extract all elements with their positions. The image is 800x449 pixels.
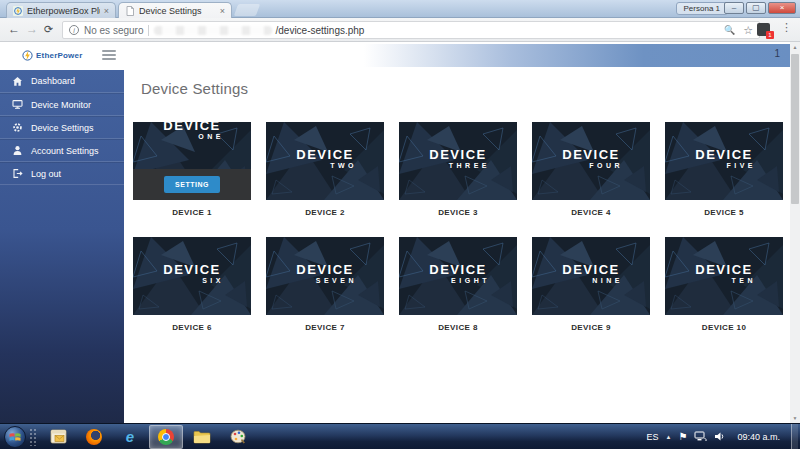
- taskbar-ie-icon[interactable]: e: [113, 425, 147, 449]
- tab-close-icon[interactable]: ×: [220, 6, 225, 16]
- sidebar-item-device-settings[interactable]: Device Settings: [0, 116, 124, 139]
- speaker-icon[interactable]: [714, 431, 726, 442]
- device-cell: DEVICE SIX DEVICE 6: [133, 237, 251, 332]
- device-card-label: DEVICE 1: [133, 208, 251, 217]
- gear-icon: [12, 122, 23, 133]
- taskbar-clock[interactable]: 09:40 a.m.: [737, 432, 780, 442]
- zoom-icon[interactable]: 🔍: [724, 25, 735, 35]
- sidebar-item-dashboard[interactable]: Dashboard: [0, 70, 124, 93]
- sidebar-menu: Dashboard Device Monitor Device Set: [0, 70, 124, 425]
- device-cell: DEVICE THREE DEVICE 3: [399, 122, 517, 217]
- device-title-line1: DEVICE: [665, 147, 783, 162]
- hamburger-menu-icon[interactable]: [102, 48, 116, 62]
- network-icon[interactable]: [694, 431, 707, 442]
- taskbar-separator: [29, 428, 37, 446]
- device-title: DEVICE FOUR: [532, 147, 650, 169]
- device-title-line1: DEVICE: [532, 262, 650, 277]
- forward-icon[interactable]: →: [26, 22, 38, 36]
- extension-icon[interactable]: 1: [757, 23, 770, 36]
- sidebar-item-label: Log out: [31, 169, 61, 179]
- sidebar-item-logout[interactable]: Log out: [0, 162, 124, 185]
- tab-title: EtherpowerBox Plus: [27, 6, 100, 16]
- browser-menu-icon[interactable]: ⋮: [781, 21, 792, 34]
- windows-taskbar: e ES ▲ ⚑: [0, 423, 800, 449]
- device-card[interactable]: DEVICE TWO: [266, 122, 384, 200]
- info-icon[interactable]: i: [69, 25, 79, 35]
- extension-badge: 1: [766, 31, 774, 39]
- device-card-label: DEVICE 10: [665, 323, 783, 332]
- device-card[interactable]: DEVICE FOUR: [532, 122, 650, 200]
- taskbar-mail-icon[interactable]: [41, 425, 75, 449]
- scroll-down-icon[interactable]: ▼: [790, 415, 800, 421]
- minimize-button[interactable]: –: [724, 2, 744, 14]
- device-card[interactable]: DEVICE NINE: [532, 237, 650, 315]
- sidebar: EtherPower Dashboard Devi: [0, 42, 124, 423]
- action-center-flag-icon[interactable]: ⚑: [679, 431, 688, 442]
- device-cell: DEVICE TEN DEVICE 10: [665, 237, 783, 332]
- tab-etherpowerbox-plus[interactable]: EtherpowerBox Plus ×: [6, 2, 116, 18]
- device-card-label: DEVICE 6: [133, 323, 251, 332]
- scrollbar-thumb[interactable]: [791, 54, 799, 204]
- address-bar[interactable]: i No es seguro /device-settings.php 🔍 ☆: [62, 21, 760, 39]
- device-title: DEVICE SIX: [133, 262, 251, 284]
- taskbar-paint-icon[interactable]: [221, 425, 255, 449]
- device-card[interactable]: DEVICE TEN: [665, 237, 783, 315]
- device-title-line2: EIGHT: [399, 277, 517, 284]
- device-card[interactable]: DEVICE SIX: [133, 237, 251, 315]
- device-title: DEVICE TEN: [665, 262, 783, 284]
- device-title-line2: TWO: [266, 162, 384, 169]
- sidebar-header: EtherPower: [0, 42, 124, 68]
- device-cell: DEVICE EIGHT DEVICE 8: [399, 237, 517, 332]
- device-card-label: DEVICE 8: [399, 323, 517, 332]
- reload-icon[interactable]: ⟳: [44, 22, 53, 36]
- page-scrollbar[interactable]: ▲ ▼: [790, 42, 800, 423]
- taskbar-explorer-icon[interactable]: [185, 425, 219, 449]
- brand-logo[interactable]: EtherPower: [22, 50, 82, 61]
- browser-profile-button[interactable]: Persona 1: [676, 2, 728, 15]
- bookmark-star-icon[interactable]: ☆: [743, 24, 753, 37]
- device-cell: DEVICE SEVEN DEVICE 7: [266, 237, 384, 332]
- device-card[interactable]: DEVICE SEVEN: [266, 237, 384, 315]
- taskbar-firefox-icon[interactable]: [77, 425, 111, 449]
- sidebar-item-device-monitor[interactable]: Device Monitor: [0, 93, 124, 116]
- device-title-line2: THREE: [399, 162, 517, 169]
- sidebar-item-account-settings[interactable]: Account Settings: [0, 139, 124, 162]
- back-icon[interactable]: ←: [8, 22, 20, 36]
- device-card[interactable]: DEVICE THREE: [399, 122, 517, 200]
- scroll-up-icon[interactable]: ▲: [790, 44, 800, 50]
- tab-device-settings[interactable]: Device Settings ×: [118, 2, 232, 18]
- tab-title: Device Settings: [139, 6, 216, 16]
- start-button[interactable]: [4, 426, 26, 448]
- show-desktop-button[interactable]: [791, 424, 798, 449]
- device-title-line1: DEVICE: [399, 262, 517, 277]
- device-card-label: DEVICE 3: [399, 208, 517, 217]
- maximize-button[interactable]: ▢: [746, 2, 766, 14]
- tab-close-icon[interactable]: ×: [104, 6, 109, 16]
- language-indicator[interactable]: ES: [647, 432, 659, 442]
- device-title: DEVICE EIGHT: [399, 262, 517, 284]
- device-title: DEVICE TWO: [266, 147, 384, 169]
- device-cell: DEVICE FOUR DEVICE 4: [532, 122, 650, 217]
- sidebar-item-label: Device Settings: [31, 123, 94, 133]
- main-content: 1 Device Settings: [124, 42, 790, 423]
- device-card-label: DEVICE 4: [532, 208, 650, 217]
- close-button[interactable]: ×: [768, 2, 796, 14]
- etherpower-favicon: [13, 6, 23, 16]
- window-controls: – ▢ ×: [724, 2, 796, 14]
- device-title-line1: DEVICE: [665, 262, 783, 277]
- page-title: Device Settings: [141, 80, 790, 97]
- device-card[interactable]: DEVICE ONE SETTING: [133, 122, 251, 200]
- device-title: DEVICE THREE: [399, 147, 517, 169]
- notification-count[interactable]: 1: [774, 48, 780, 59]
- sidebar-item-label: Dashboard: [31, 76, 75, 86]
- tray-expand-icon[interactable]: ▲: [666, 434, 672, 440]
- web-page: EtherPower Dashboard Devi: [0, 42, 800, 423]
- new-tab-button[interactable]: [234, 4, 260, 16]
- device-title-line2: TEN: [665, 277, 783, 284]
- device-card[interactable]: DEVICE EIGHT: [399, 237, 517, 315]
- user-icon: [12, 145, 23, 156]
- device-card[interactable]: DEVICE FIVE: [665, 122, 783, 200]
- taskbar-chrome-icon[interactable]: [149, 425, 183, 449]
- setting-button[interactable]: SETTING: [164, 176, 220, 193]
- device-title-line2: FOUR: [532, 162, 650, 169]
